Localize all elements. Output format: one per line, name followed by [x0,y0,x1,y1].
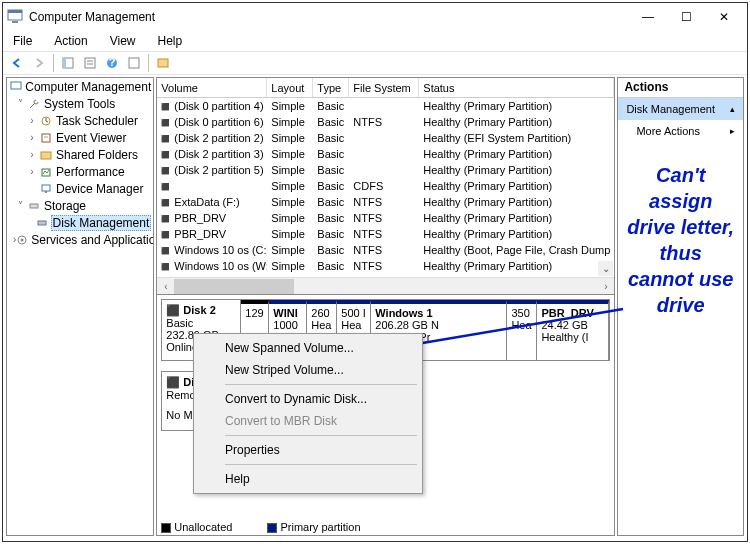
svg-rect-19 [45,191,47,193]
horizontal-scrollbar[interactable]: ‹› [157,277,614,294]
perf-icon [39,165,53,179]
menubar: File Action View Help [3,31,747,51]
col-status[interactable]: Status [419,78,614,97]
svg-rect-18 [42,185,50,191]
volume-row[interactable]: Windows 10 os (C:)SimpleBasicNTFSHealthy… [157,242,614,258]
svg-rect-14 [42,134,50,142]
volume-row[interactable]: ExtaData (F:)SimpleBasicNTFSHealthy (Pri… [157,194,614,210]
menu-new-spanned[interactable]: New Spanned Volume... [197,337,419,359]
svg-rect-21 [38,221,46,225]
menu-properties[interactable]: Properties [197,439,419,461]
properties-button[interactable] [80,53,100,73]
svg-text:?: ? [109,56,116,68]
tree-device-manager[interactable]: Device Manager [56,182,143,196]
actions-panel: Actions Disk Management▴ More Actions▸ C… [617,77,744,536]
nav-tree[interactable]: Computer Management ˅System Tools ›Task … [6,77,154,536]
maximize-button[interactable]: ☐ [667,5,705,29]
chevron-right-icon: ▸ [730,126,735,136]
actions-more[interactable]: More Actions▸ [618,120,743,142]
storage-icon [27,199,41,213]
volume-row[interactable]: PBR_DRVSimpleBasicNTFSHealthy (Primary P… [157,226,614,242]
volume-row[interactable]: (Disk 0 partition 4)SimpleBasicHealthy (… [157,98,614,114]
volume-row[interactable]: SimpleBasicCDFSHealthy (Primary Partitio… [157,178,614,194]
scroll-down-icon[interactable]: ⌄ [598,261,613,276]
tree-system-tools[interactable]: System Tools [44,97,115,111]
col-volume[interactable]: Volume [157,78,267,97]
menu-file[interactable]: File [7,32,38,50]
clock-icon [39,114,53,128]
window: Computer Management — ☐ ✕ File Action Vi… [2,2,748,542]
volume-row[interactable]: PBR_DRVSimpleBasicNTFSHealthy (Primary P… [157,210,614,226]
volume-row[interactable]: Windows 10 os (W:)SimpleBasicNTFSHealthy… [157,258,614,274]
menu-action[interactable]: Action [48,32,93,50]
chevron-up-icon: ▴ [730,104,735,114]
svg-rect-1 [8,10,22,13]
tree-root[interactable]: Computer Management [25,80,151,94]
minimize-button[interactable]: — [629,5,667,29]
menu-help[interactable]: Help [197,468,419,490]
menu-convert-dynamic[interactable]: Convert to Dynamic Disk... [197,388,419,410]
actions-header: Actions [618,78,743,98]
col-type[interactable]: Type [313,78,349,97]
tree-disk-management[interactable]: Disk Management [51,215,152,231]
svg-rect-4 [63,58,66,68]
volume-row[interactable]: (Disk 2 partition 5)SimpleBasicHealthy (… [157,162,614,178]
menu-new-striped[interactable]: New Striped Volume... [197,359,419,381]
close-button[interactable]: ✕ [705,5,743,29]
disk-icon [36,216,48,230]
folder-icon [39,148,53,162]
svg-rect-16 [41,152,51,159]
svg-rect-12 [11,82,21,89]
app-icon [7,9,23,25]
titlebar: Computer Management — ☐ ✕ [3,3,747,31]
volume-list-header: Volume Layout Type File System Status [157,78,614,98]
device-icon [39,182,53,196]
svg-rect-11 [158,59,168,67]
volume-row[interactable]: (Disk 0 partition 6)SimpleBasicNTFSHealt… [157,114,614,130]
volume-row[interactable]: (Disk 2 partition 3)SimpleBasicHealthy (… [157,146,614,162]
volume-list[interactable]: Volume Layout Type File System Status (D… [156,77,615,295]
tree-storage[interactable]: Storage [44,199,86,213]
svg-rect-20 [30,204,38,208]
legend: Unallocated Primary partition [161,521,392,533]
actions-disk-management[interactable]: Disk Management▴ [618,98,743,120]
svg-rect-2 [12,21,18,23]
refresh-button[interactable] [124,53,144,73]
tree-event-viewer[interactable]: Event Viewer [56,131,126,145]
partition[interactable]: 350Hea [507,300,537,360]
menu-help[interactable]: Help [152,32,189,50]
forward-button[interactable] [29,53,49,73]
computer-icon [10,80,22,94]
settings-button[interactable] [153,53,173,73]
back-button[interactable] [7,53,27,73]
help-button[interactable]: ? [102,53,122,73]
col-layout[interactable]: Layout [267,78,313,97]
tree-performance[interactable]: Performance [56,165,125,179]
event-icon [39,131,53,145]
menu-view[interactable]: View [104,32,142,50]
svg-point-23 [21,238,24,241]
show-hide-button[interactable] [58,53,78,73]
volume-row[interactable]: (Disk 2 partition 2)SimpleBasicHealthy (… [157,130,614,146]
tree-shared-folders[interactable]: Shared Folders [56,148,138,162]
svg-rect-5 [85,58,95,68]
svg-rect-10 [129,58,139,68]
tree-services[interactable]: Services and Applications [31,233,154,247]
menu-convert-mbr: Convert to MBR Disk [197,410,419,432]
wrench-icon [27,97,41,111]
col-filesystem[interactable]: File System [349,78,419,97]
window-title: Computer Management [29,10,629,24]
context-menu: New Spanned Volume... New Striped Volume… [193,333,423,494]
services-icon [16,233,28,247]
partition[interactable]: PBR_DRV24.42 GBHealthy (I [537,300,609,360]
tree-task-scheduler[interactable]: Task Scheduler [56,114,138,128]
annotation-text: Can't assign drive letter, thus cannot u… [618,142,743,318]
toolbar: ? [3,51,747,75]
